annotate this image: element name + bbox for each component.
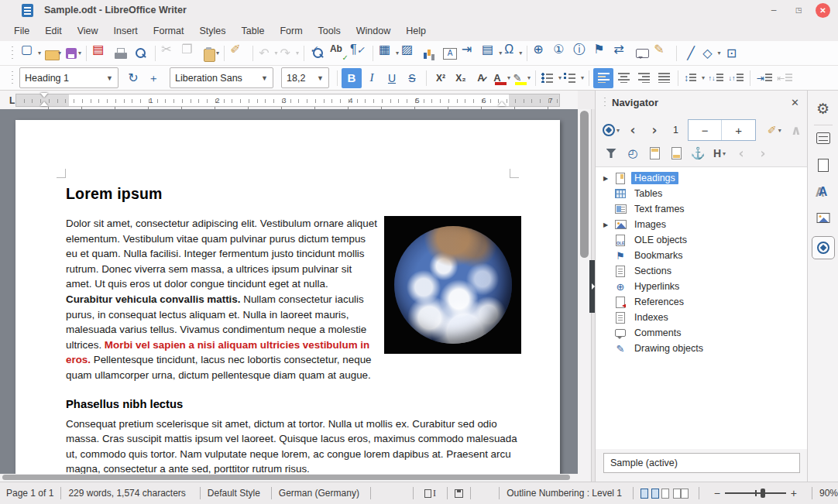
toolbar-grip[interactable] xyxy=(11,45,15,62)
menu-item[interactable]: Format xyxy=(146,22,192,39)
left-indent-marker[interactable] xyxy=(40,101,48,106)
header-button[interactable] xyxy=(645,144,664,163)
tree-item-label[interactable]: References xyxy=(631,296,687,308)
font-name-combo[interactable]: Liberation Sans▼ xyxy=(170,67,273,88)
language-status[interactable]: German (Germany) xyxy=(279,488,359,499)
clear-formatting-button[interactable]: A̷ xyxy=(471,68,491,88)
new-style-button[interactable]: ＋ xyxy=(143,68,163,88)
minimize-button[interactable]: – xyxy=(767,3,781,17)
close-button[interactable]: ✕ xyxy=(816,3,830,18)
menu-item[interactable]: Styles xyxy=(191,22,233,39)
clone-formatting-button[interactable]: ✐ xyxy=(228,43,249,63)
insert-comment-button[interactable] xyxy=(632,43,652,63)
insert-line-button[interactable]: ╱ xyxy=(681,43,701,63)
content-view-filter-button[interactable] xyxy=(602,144,620,163)
document-heading-1[interactable]: Lorem ipsum xyxy=(66,185,521,203)
document-heading-2[interactable]: Phasellus nibh lectus xyxy=(66,398,521,410)
footer-button[interactable] xyxy=(667,144,685,163)
document-area[interactable]: Lorem ipsum Dolor sit amet, consectetur … xyxy=(0,109,578,482)
earth-image[interactable] xyxy=(384,216,521,354)
chevron-down-icon[interactable]: ▼ xyxy=(311,74,324,82)
spinner-plus-button[interactable]: + xyxy=(722,120,755,140)
menu-item[interactable]: Help xyxy=(398,22,434,39)
toolbar-grip[interactable] xyxy=(11,70,15,87)
sidebar-tab-navigator-icon-active[interactable] xyxy=(812,236,835,259)
tree-item-label[interactable]: Bookmarks xyxy=(631,249,686,262)
word-count-status[interactable]: 229 words, 1,574 characters xyxy=(68,488,185,499)
tree-item-label[interactable]: Drawing objects xyxy=(631,342,706,355)
set-reminder-button[interactable]: ◴ xyxy=(623,144,642,163)
undo-button[interactable]: ↶ xyxy=(257,43,278,63)
justify-button[interactable] xyxy=(654,68,674,88)
insert-footnote-button[interactable]: ① xyxy=(551,43,572,63)
menu-item[interactable]: Edit xyxy=(37,22,70,39)
hyperlink-button[interactable]: ⊕ xyxy=(531,43,551,63)
horizontal-scrollbar[interactable] xyxy=(0,474,578,482)
spinner-minus-button[interactable]: − xyxy=(689,120,723,140)
insert-table-button[interactable]: ▦ xyxy=(377,43,400,63)
drag-mode-button[interactable]: ✐▾ xyxy=(765,121,784,139)
first-line-indent-marker[interactable] xyxy=(40,93,48,98)
zoom-slider[interactable]: − + xyxy=(709,487,802,499)
page-break-button[interactable]: ⇥ xyxy=(460,43,480,63)
tree-item-ole-objects[interactable]: OLE objects xyxy=(596,232,807,248)
heading-levels-button[interactable]: H▾ xyxy=(710,144,729,163)
panel-grip[interactable] xyxy=(603,96,607,108)
print-button[interactable] xyxy=(111,43,131,63)
align-left-button[interactable] xyxy=(593,68,613,88)
chevron-down-icon[interactable]: ▼ xyxy=(100,74,113,82)
anchor-text-toggle-button[interactable]: ⚓ xyxy=(689,144,707,163)
tree-item-images[interactable]: ▶ Images xyxy=(596,217,807,232)
sidebar-tab-gallery-icon[interactable] xyxy=(816,213,829,223)
tree-item-label[interactable]: Hyperlinks xyxy=(631,280,682,293)
tab-stop-type-selector[interactable]: L xyxy=(9,95,15,106)
formatting-marks-button[interactable]: ¶✓ xyxy=(349,43,369,63)
vertical-scrollbar-thumb[interactable] xyxy=(580,111,589,258)
sidebar-tab-page-icon[interactable] xyxy=(818,159,829,172)
special-character-button[interactable]: Ω xyxy=(503,43,523,63)
tree-item-drawing-objects[interactable]: ✎ Drawing objects xyxy=(596,341,807,356)
page-count-status[interactable]: Page 1 of 1 xyxy=(6,488,53,499)
bullet-list-button[interactable] xyxy=(540,68,562,88)
maximize-button[interactable]: ◳ xyxy=(792,3,805,17)
document-content[interactable]: Lorem ipsum Dolor sit amet, consectetur … xyxy=(66,185,521,477)
previous-button[interactable]: ‹ xyxy=(623,121,642,139)
align-right-button[interactable] xyxy=(634,68,654,88)
sidebar-settings-gear-icon[interactable]: ⚙ xyxy=(816,100,829,118)
horizontal-ruler[interactable]: 1234567 xyxy=(15,94,560,107)
tree-item-label[interactable]: Sections xyxy=(631,265,675,277)
menu-item[interactable]: Tools xyxy=(311,22,349,39)
find-replace-button[interactable]: ✓ xyxy=(308,43,328,63)
underline-button[interactable]: U xyxy=(382,68,402,88)
demote-level-button[interactable]: › xyxy=(754,144,772,163)
book-view-button[interactable] xyxy=(673,489,681,499)
update-style-button[interactable]: ↻ xyxy=(123,68,143,88)
menu-item[interactable]: Table xyxy=(233,22,272,39)
redo-button[interactable]: ↷ xyxy=(279,43,300,63)
copy-button[interactable]: ❐ xyxy=(180,43,200,63)
insert-chart-button[interactable] xyxy=(420,43,440,63)
cut-button[interactable]: ✂ xyxy=(160,43,180,63)
highlight-color-button[interactable]: ✎ xyxy=(511,68,531,88)
tree-item-indexes[interactable]: Indexes xyxy=(596,310,807,325)
export-pdf-button[interactable]: ▤ xyxy=(91,43,111,63)
navigator-document-selector[interactable]: Sample (active) xyxy=(603,453,800,473)
tree-item-hyperlinks[interactable]: ⊕ Hyperlinks xyxy=(596,279,807,294)
strikethrough-button[interactable]: S xyxy=(402,68,422,88)
bold-button[interactable]: B xyxy=(342,68,362,88)
single-page-view-button[interactable] xyxy=(641,489,648,499)
tree-item-sections[interactable]: Sections xyxy=(596,263,807,279)
tree-item-label[interactable]: OLE objects xyxy=(631,234,690,246)
track-changes-button[interactable]: ✎ xyxy=(652,43,672,63)
decrease-indent-button[interactable]: ⇤ xyxy=(774,68,795,88)
sidebar-tab-styles-icon[interactable]: A xyxy=(819,185,828,199)
page-spinner[interactable]: − + xyxy=(688,119,756,141)
align-center-button[interactable] xyxy=(613,68,634,88)
navigate-by-button[interactable]: ▾ xyxy=(602,121,620,139)
font-color-button[interactable]: A xyxy=(491,68,511,88)
document-page[interactable]: Lorem ipsum Dolor sit amet, consectetur … xyxy=(15,120,560,482)
tree-item-label[interactable]: Tables xyxy=(631,187,665,200)
spelling-button[interactable]: Ab✓ xyxy=(328,43,349,63)
paragraph-1[interactable]: Dolor sit amet, consectetur adipiscing e… xyxy=(66,216,521,383)
numbered-list-button[interactable] xyxy=(562,68,585,88)
